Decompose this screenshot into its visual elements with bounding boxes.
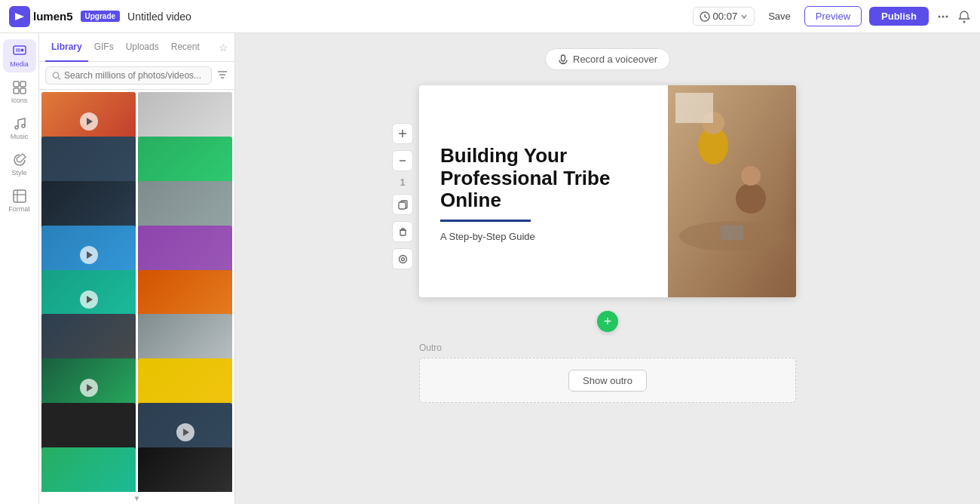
filter-button[interactable] xyxy=(216,69,228,83)
add-slide-button[interactable]: + xyxy=(597,311,618,332)
save-button[interactable]: Save xyxy=(762,8,797,25)
slide-underline xyxy=(440,220,531,222)
sidebar-style-label: Style xyxy=(11,169,26,177)
preview-button[interactable]: Preview xyxy=(804,6,862,26)
tab-uploads[interactable]: Uploads xyxy=(120,33,165,62)
svg-point-38 xyxy=(736,183,766,214)
voiceover-bar[interactable]: Record a voiceover xyxy=(545,48,670,70)
outro-section: Outro Show outro xyxy=(419,343,796,403)
svg-point-39 xyxy=(741,166,761,186)
svg-rect-13 xyxy=(14,88,19,94)
tab-gifs[interactable]: GIFs xyxy=(88,33,120,62)
slide-side-tools: 1 xyxy=(392,85,413,269)
slide-right-panel xyxy=(668,85,796,297)
list-item[interactable] xyxy=(41,447,136,492)
svg-rect-41 xyxy=(721,225,743,240)
svg-rect-31 xyxy=(400,230,406,235)
upgrade-badge[interactable]: Upgrade xyxy=(81,11,121,22)
add-element-button[interactable] xyxy=(392,123,413,144)
media-tabs: Library GIFs Uploads Recent ☆ xyxy=(39,33,234,62)
publish-button[interactable]: Publish xyxy=(869,7,929,26)
slide-subtitle: A Step-by-Step Guide xyxy=(440,231,650,242)
svg-point-5 xyxy=(942,15,945,17)
svg-point-33 xyxy=(399,255,406,263)
sidebar-item-icons[interactable]: Icons xyxy=(3,75,36,109)
logo: lumen5 xyxy=(9,6,73,27)
topbar-right: 00:07 Save Preview Publish xyxy=(693,6,971,26)
slide-number: 1 xyxy=(400,177,406,188)
svg-rect-40 xyxy=(675,93,713,123)
duration-value: 00:07 xyxy=(713,11,738,22)
search-row xyxy=(39,62,234,90)
sidebar-music-label: Music xyxy=(11,133,29,140)
svg-point-20 xyxy=(53,72,58,77)
media-panel: Library GIFs Uploads Recent ☆ xyxy=(39,33,235,504)
sidebar-format-label: Format xyxy=(8,205,30,213)
duplicate-button[interactable] xyxy=(392,194,413,215)
sidebar-icons-label: Icons xyxy=(11,97,28,104)
svg-rect-17 xyxy=(14,190,26,202)
tab-recent[interactable]: Recent xyxy=(165,33,206,62)
sidebar-item-format[interactable]: Format xyxy=(3,184,36,217)
search-input[interactable] xyxy=(64,70,205,81)
sidebar-item-music[interactable]: Music xyxy=(3,112,36,145)
tab-library[interactable]: Library xyxy=(45,33,88,62)
sidebar-item-style[interactable]: Style xyxy=(3,148,36,181)
collapse-button[interactable] xyxy=(392,150,413,171)
slide-left-panel: Building Your Professional Tribe Online … xyxy=(419,85,668,297)
slide-title: Building Your Professional Tribe Online xyxy=(440,145,650,213)
settings-button[interactable] xyxy=(392,248,413,269)
search-box[interactable] xyxy=(45,66,212,85)
scroll-indicator: ▼ xyxy=(39,492,234,504)
svg-rect-25 xyxy=(562,55,565,61)
delete-button[interactable] xyxy=(392,221,413,242)
svg-rect-30 xyxy=(399,202,406,209)
slide-frame[interactable]: Building Your Professional Tribe Online … xyxy=(419,85,796,297)
svg-point-10 xyxy=(20,49,23,52)
media-grid xyxy=(39,90,234,492)
canvas-area: Record a voiceover 1 xyxy=(235,33,980,504)
svg-rect-14 xyxy=(20,88,26,94)
outro-box: Show outro xyxy=(419,358,796,403)
logo-icon xyxy=(9,6,30,27)
logo-text: lumen5 xyxy=(33,10,73,23)
svg-marker-0 xyxy=(15,13,24,20)
favorites-star-icon[interactable]: ☆ xyxy=(219,41,228,54)
topbar: lumen5 Upgrade Untitled video 00:07 Save… xyxy=(0,0,980,33)
more-options-button[interactable] xyxy=(936,10,950,23)
left-nav: Media Icons Music Style xyxy=(0,33,39,504)
main-layout: Media Icons Music Style xyxy=(0,33,980,504)
sidebar-item-media[interactable]: Media xyxy=(3,39,36,72)
svg-point-32 xyxy=(401,257,404,260)
svg-point-7 xyxy=(963,20,966,23)
svg-point-4 xyxy=(939,15,941,17)
video-title[interactable]: Untitled video xyxy=(127,11,191,23)
svg-rect-9 xyxy=(16,48,20,52)
voiceover-label: Record a voiceover xyxy=(573,54,657,65)
svg-point-16 xyxy=(22,124,25,128)
list-item[interactable] xyxy=(138,447,232,492)
svg-point-6 xyxy=(946,15,948,17)
svg-line-3 xyxy=(705,17,707,18)
notification-button[interactable] xyxy=(957,10,971,23)
slide-container: 1 Building Your Professional Tribe Onlin… xyxy=(419,85,796,403)
show-outro-button[interactable]: Show outro xyxy=(568,370,647,392)
svg-rect-12 xyxy=(20,81,26,87)
duration-button[interactable]: 00:07 xyxy=(693,7,755,26)
outro-label: Outro xyxy=(419,343,796,353)
sidebar-media-label: Media xyxy=(10,60,29,68)
svg-line-21 xyxy=(58,77,60,79)
svg-point-15 xyxy=(15,126,18,129)
svg-rect-11 xyxy=(14,81,19,87)
